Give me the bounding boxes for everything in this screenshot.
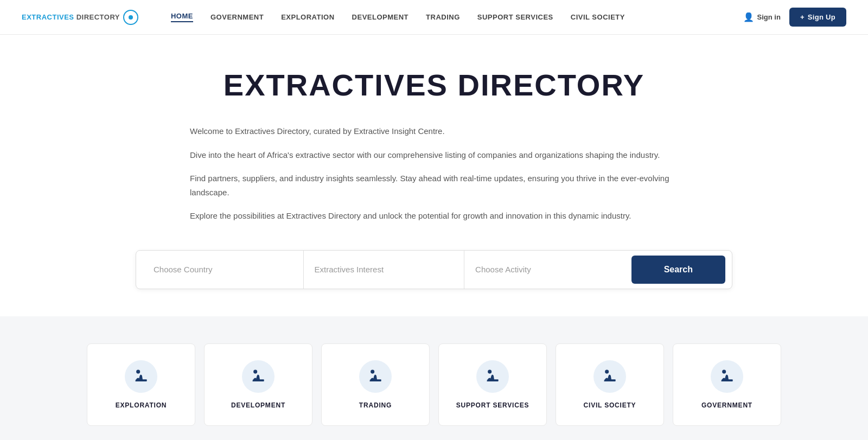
main-nav: HOME GOVERNMENT EXPLORATION DEVELOPMENT …: [171, 12, 743, 22]
svg-point-12: [605, 369, 609, 373]
nav-trading[interactable]: TRADING: [426, 13, 460, 21]
exploration-icon: [132, 368, 150, 385]
user-icon: 👤: [743, 12, 754, 22]
sign-up-label: Sign Up: [808, 13, 835, 21]
hero-para-4: Explore the possibilities at Extractives…: [190, 209, 678, 223]
civil-society-label: CIVIL SOCIETY: [584, 401, 636, 409]
activity-field[interactable]: Choose Activity: [464, 251, 625, 289]
svg-point-0: [136, 369, 140, 373]
sign-in-button[interactable]: 👤 Sign in: [743, 12, 781, 22]
logo-extractives: EXTRACTIVES: [22, 13, 74, 21]
logo-icon: [123, 10, 138, 25]
svg-rect-10: [494, 379, 499, 381]
hero-description: Welcome to Extractives Directory, curate…: [190, 124, 678, 223]
civil-icon-circle: [593, 360, 626, 393]
development-icon: [250, 368, 267, 385]
svg-rect-16: [728, 379, 733, 381]
nav-support-services[interactable]: SUPPORT SERVICES: [477, 13, 553, 21]
exploration-icon-circle: [125, 360, 157, 393]
hero-para-2: Dive into the heart of Africa's extracti…: [190, 148, 678, 162]
support-services-label: SUPPORT SERVICES: [456, 401, 529, 409]
development-label: DEVELOPMENT: [231, 401, 285, 409]
government-icon: [718, 368, 736, 385]
svg-point-6: [371, 369, 374, 373]
hero-title: EXTRACTIVES DIRECTORY: [43, 67, 825, 103]
civil-icon: [601, 368, 618, 385]
search-bar-container: Choose Country Extractives Interest Choo…: [136, 250, 732, 289]
plus-icon: +: [800, 13, 805, 21]
navbar: EXTRACTIVES DIRECTORY HOME GOVERNMENT EX…: [0, 0, 868, 35]
nav-civil-society[interactable]: CIVIL SOCIETY: [571, 13, 625, 21]
government-icon-circle: [711, 360, 743, 393]
search-bar: Choose Country Extractives Interest Choo…: [136, 250, 732, 289]
country-label: Choose Country: [154, 265, 212, 274]
svg-rect-13: [611, 379, 616, 381]
trading-icon-circle: [359, 360, 392, 393]
government-label: GOVERNMENT: [701, 401, 752, 409]
trading-label: TRADING: [359, 401, 392, 409]
svg-point-14: [604, 379, 606, 381]
category-civil-society[interactable]: CIVIL SOCIETY: [556, 343, 664, 426]
logo-directory: DIRECTORY: [74, 13, 120, 21]
support-icon: [484, 368, 501, 385]
svg-point-11: [487, 379, 489, 381]
svg-point-17: [721, 379, 723, 381]
svg-point-2: [135, 379, 137, 381]
navbar-actions: 👤 Sign in + Sign Up: [743, 8, 846, 27]
sign-in-label: Sign in: [757, 13, 781, 21]
category-exploration[interactable]: EXPLORATION: [87, 343, 195, 426]
category-support-services[interactable]: SUPPORT SERVICES: [438, 343, 547, 426]
svg-rect-7: [376, 379, 381, 381]
svg-rect-1: [142, 379, 147, 381]
country-field[interactable]: Choose Country: [143, 251, 304, 289]
svg-point-3: [253, 369, 257, 373]
nav-exploration[interactable]: EXPLORATION: [281, 13, 334, 21]
svg-point-9: [488, 369, 492, 373]
svg-point-15: [722, 369, 726, 373]
hero-para-1: Welcome to Extractives Directory, curate…: [190, 124, 678, 138]
svg-rect-4: [259, 379, 264, 381]
nav-development[interactable]: DEVELOPMENT: [352, 13, 409, 21]
logo-text: EXTRACTIVES DIRECTORY: [22, 13, 120, 21]
svg-point-5: [252, 379, 254, 381]
logo[interactable]: EXTRACTIVES DIRECTORY: [22, 10, 138, 25]
activity-label: Choose Activity: [475, 265, 531, 274]
interest-label: Extractives Interest: [315, 265, 384, 274]
trading-icon: [367, 368, 384, 385]
exploration-label: EXPLORATION: [116, 401, 167, 409]
category-development[interactable]: DEVELOPMENT: [204, 343, 312, 426]
hero-para-3: Find partners, suppliers, and industry i…: [190, 171, 678, 199]
interest-field[interactable]: Extractives Interest: [304, 251, 465, 289]
nav-government[interactable]: GOVERNMENT: [210, 13, 264, 21]
categories-grid: EXPLORATION DEVELOPMENT: [87, 343, 781, 426]
development-icon-circle: [242, 360, 275, 393]
svg-point-8: [369, 379, 372, 381]
support-icon-circle: [476, 360, 509, 393]
categories-section: EXPLORATION DEVELOPMENT: [0, 316, 868, 441]
sign-up-button[interactable]: + Sign Up: [789, 8, 846, 27]
search-button[interactable]: Search: [631, 256, 725, 284]
category-government[interactable]: GOVERNMENT: [673, 343, 781, 426]
main-content: EXTRACTIVES DIRECTORY Welcome to Extract…: [0, 35, 868, 316]
nav-home[interactable]: HOME: [171, 12, 193, 22]
category-trading[interactable]: TRADING: [321, 343, 430, 426]
